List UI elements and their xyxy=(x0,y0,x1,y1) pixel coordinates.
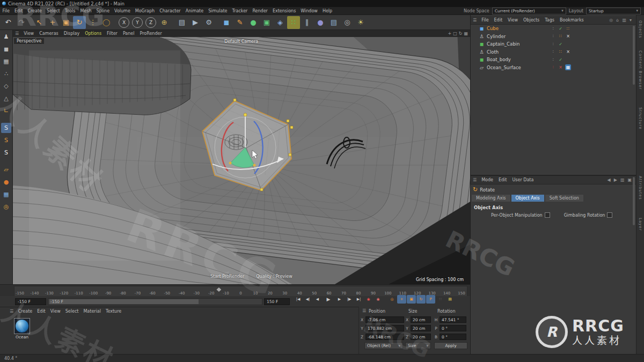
filter-icon[interactable]: ▥ xyxy=(621,18,627,23)
side-tab-content-browser[interactable]: Content Browser xyxy=(638,50,642,90)
object-row[interactable]: ◼Captain_Cabin∶✓ xyxy=(471,40,636,48)
menu-prorender[interactable]: ProRender xyxy=(137,31,165,36)
rotation-p-input[interactable]: 0 ° xyxy=(440,325,466,331)
timeline-playhead[interactable] xyxy=(216,287,221,292)
object-scrollbar[interactable] xyxy=(633,26,635,85)
viewport-scene[interactable] xyxy=(13,30,470,284)
scale-icon[interactable]: ▣ xyxy=(60,16,72,29)
render-view-icon[interactable]: ▤ xyxy=(175,16,188,29)
pen-tool-icon[interactable]: ✎ xyxy=(233,16,246,29)
size-z-input[interactable]: 20 cm xyxy=(411,334,431,340)
size-y-input[interactable]: 20 cm xyxy=(411,325,431,331)
mograph-icon[interactable]: ∷ xyxy=(287,16,300,29)
enable-check-icon[interactable]: ✓ xyxy=(558,57,564,63)
axis-mode-icon[interactable]: ∟ xyxy=(1,106,11,116)
menu-display[interactable]: Display xyxy=(61,31,83,36)
rotate-icon[interactable]: ↻ xyxy=(73,16,86,29)
camera-icon[interactable]: ◎ xyxy=(341,16,354,29)
menu-edit[interactable]: Edit xyxy=(492,18,506,23)
material-item[interactable]: Ocean xyxy=(13,318,31,339)
bookmark-icon[interactable]: ▾ xyxy=(628,18,633,23)
menu-help[interactable]: Help xyxy=(320,9,334,13)
zoom-view-icon[interactable]: □ xyxy=(453,31,457,36)
light-icon[interactable]: ☀ xyxy=(354,16,367,29)
object-name[interactable]: Cylinder xyxy=(485,34,550,39)
coord-mode-select[interactable]: Object (Rel)▾ xyxy=(364,342,403,349)
make-editable-icon[interactable]: ♟ xyxy=(1,32,11,42)
menu-extensions[interactable]: Extensions xyxy=(270,9,298,13)
render-picture-viewer-icon[interactable]: ▶ xyxy=(189,16,202,29)
object-row[interactable]: ♙Cloth∶∷× xyxy=(471,48,636,56)
menu-select[interactable]: Select xyxy=(44,9,62,13)
side-tab-objects[interactable]: Objects xyxy=(638,20,642,38)
tab-modeling-axis[interactable]: Modeling Axis xyxy=(472,195,510,202)
range-slider-thumb[interactable] xyxy=(49,299,199,304)
menu-bookmarks[interactable]: Bookmarks xyxy=(557,18,587,23)
attribute-scrollbar[interactable] xyxy=(633,177,635,225)
menu-simulate[interactable]: Simulate xyxy=(206,9,230,13)
rotation-h-input[interactable]: 47.541 ° xyxy=(440,316,466,323)
object-name[interactable]: Ocean_Surface xyxy=(485,65,550,70)
visibility-dots-icon[interactable]: ∶ xyxy=(550,64,556,70)
visibility-dots-icon[interactable]: ∶ xyxy=(550,57,556,63)
aut okey-button[interactable]: ◉ xyxy=(374,295,383,304)
history-icon[interactable]: ▥ xyxy=(619,178,626,182)
lock-icon[interactable]: ▣ xyxy=(626,178,633,182)
home-icon[interactable]: ⌂ xyxy=(615,18,620,23)
menu-texture[interactable]: Texture xyxy=(103,309,123,314)
keyframe-rotation-toggle[interactable]: ↻ xyxy=(416,295,426,304)
rotation-b-input[interactable]: 0 ° xyxy=(440,334,466,340)
checkbox[interactable] xyxy=(607,212,612,218)
visibility-dots-icon[interactable]: ∶ xyxy=(550,41,556,47)
object-row[interactable]: ◼Boat_body∶✓ xyxy=(471,56,636,64)
snap-settings-icon[interactable]: S xyxy=(1,147,11,158)
toggle-views-icon[interactable]: ▦ xyxy=(464,31,468,36)
workplane-lock-icon[interactable]: ● xyxy=(1,177,11,187)
menu-edit[interactable]: Edit xyxy=(12,9,25,13)
enable-check-icon[interactable]: ✓ xyxy=(558,41,564,47)
texture-mode-icon[interactable]: ▦ xyxy=(1,56,11,67)
object-name[interactable]: Cube xyxy=(485,26,550,31)
symmetry-icon[interactable]: ‖ xyxy=(301,16,313,29)
keyframe-scale-toggle[interactable]: ▣ xyxy=(407,295,416,304)
size-mode-select[interactable]: Size▾ xyxy=(405,342,431,349)
keyframe-parameter-toggle[interactable]: P xyxy=(426,295,435,304)
record-keyframe-button[interactable]: ◉ xyxy=(364,295,373,304)
visibility-dots-icon[interactable]: ∶ xyxy=(550,49,556,55)
panel-menu-icon[interactable]: ☰ xyxy=(471,18,479,23)
menu-window[interactable]: Window xyxy=(298,9,320,13)
object-name[interactable]: Captain_Cabin xyxy=(485,41,550,47)
redo-icon[interactable]: ↷ xyxy=(15,16,28,29)
menu-view[interactable]: View xyxy=(21,31,36,36)
y-axis-lock[interactable]: Y xyxy=(132,17,143,28)
x-axis-lock[interactable]: X xyxy=(119,17,129,28)
pan-view-icon[interactable]: + xyxy=(448,31,451,36)
prev-key-button[interactable]: ◀| xyxy=(303,295,312,304)
checkbox[interactable] xyxy=(545,212,550,218)
edges-mode-icon[interactable]: ◇ xyxy=(1,81,11,91)
volume-icon[interactable]: ● xyxy=(314,16,327,29)
gimbaling-rotation-option[interactable]: Gimbaling Rotation xyxy=(564,212,613,218)
menu-mode[interactable]: Mode xyxy=(479,178,496,182)
menu-mograph[interactable]: MoGraph xyxy=(133,9,157,13)
menu-create[interactable]: Create xyxy=(25,9,45,13)
menu-user-data[interactable]: User Data xyxy=(509,178,536,182)
keyframe-position-toggle[interactable]: + xyxy=(397,295,406,304)
panel-menu-icon[interactable]: ☰ xyxy=(8,309,16,314)
object-name[interactable]: Cloth xyxy=(485,49,550,55)
apply-button[interactable]: Apply xyxy=(434,342,467,349)
panel-menu-icon[interactable]: ☰ xyxy=(13,31,21,36)
range-slider[interactable]: -150 F xyxy=(48,298,262,305)
floor-icon[interactable]: ▤ xyxy=(327,16,340,29)
timeline-window-button[interactable]: ▤ xyxy=(445,295,455,304)
menu-view[interactable]: View xyxy=(505,18,521,23)
live-selection-icon[interactable]: ↖ xyxy=(33,16,46,29)
prev-frame-button[interactable]: ◀ xyxy=(313,295,322,304)
position-y-input[interactable]: 170.882 cm xyxy=(365,325,404,331)
side-tab-layer[interactable]: Layer xyxy=(638,218,642,231)
menu-cameras[interactable]: Cameras xyxy=(36,31,61,36)
planar-workplane-icon[interactable]: ▦ xyxy=(1,189,11,200)
rotate-view-icon[interactable]: ↻ xyxy=(459,31,463,36)
next-key-button[interactable]: |▶ xyxy=(345,295,354,304)
range-end-input[interactable]: 150 F xyxy=(264,298,290,305)
